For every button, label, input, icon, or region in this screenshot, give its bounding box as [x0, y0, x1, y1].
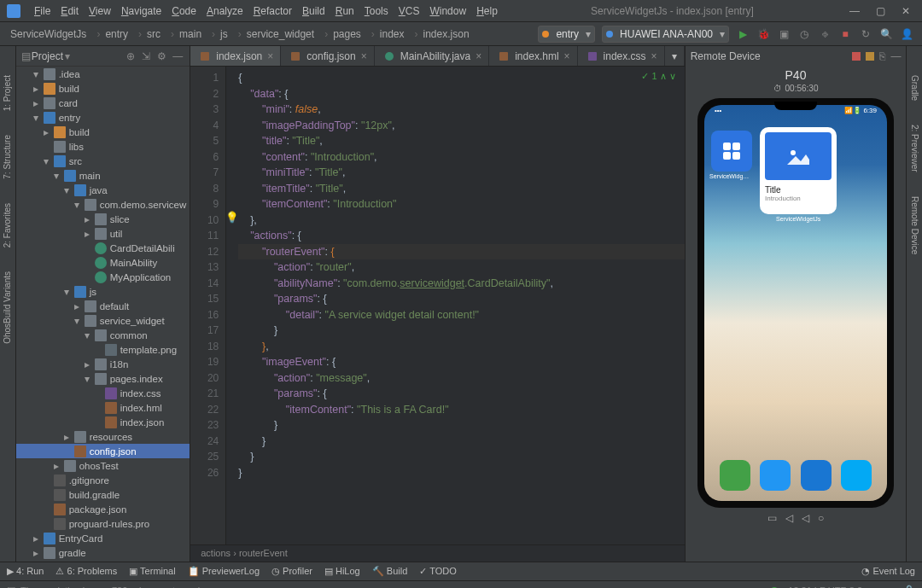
close-tab-icon[interactable]: × — [267, 50, 273, 62]
breadcrumb[interactable]: js — [207, 26, 233, 42]
run-config-combo[interactable]: entry — [538, 26, 595, 43]
tree-item[interactable]: ▸slice — [16, 212, 190, 226]
profile-icon[interactable]: ◷ — [797, 26, 812, 42]
close-tab-icon[interactable]: × — [476, 50, 481, 62]
editor-tab[interactable]: config.json× — [281, 46, 374, 66]
menu-run[interactable]: Run — [330, 3, 359, 20]
bulb-icon[interactable]: 💡 — [225, 210, 239, 226]
menu-file[interactable]: File — [29, 3, 55, 20]
preview-stop-icon[interactable] — [852, 52, 861, 61]
tree-item[interactable]: ▸build — [16, 81, 190, 96]
tree-item[interactable]: proguard-rules.pro — [16, 516, 190, 531]
dock-camera-icon[interactable] — [841, 460, 872, 491]
close-button[interactable]: ✕ — [896, 4, 915, 18]
tree-item[interactable]: ▸default — [16, 299, 190, 313]
preview-hide-icon[interactable]: — — [890, 50, 901, 62]
editor-tab[interactable]: index.hml× — [489, 46, 577, 66]
tree-item[interactable]: package.json — [16, 502, 190, 516]
preview-settings-icon[interactable]: ⎘ — [879, 50, 885, 62]
tool-structure[interactable]: 7: Structure — [3, 131, 12, 183]
sync-icon[interactable]: ↻ — [858, 26, 873, 42]
minimize-button[interactable]: — — [845, 4, 864, 18]
tree-item[interactable]: ▾entry — [16, 110, 190, 125]
tree-item[interactable]: .gitignore — [16, 473, 190, 487]
tool-remote-device[interactable]: Remote Device — [910, 193, 919, 258]
editor-tab[interactable]: index.json× — [190, 46, 281, 66]
widget-large[interactable]: Title Introduction — [760, 127, 837, 214]
breadcrumb[interactable]: src — [133, 26, 166, 42]
tree-item[interactable]: ▸ohosTest — [16, 458, 190, 473]
tool-favorites[interactable]: 2: Favorites — [3, 200, 12, 251]
tool-previewer[interactable]: 2: Previewer — [910, 121, 919, 176]
tree-item[interactable]: index.css — [16, 386, 190, 400]
device-combo[interactable]: HUAWEI ANA-AN00 — [602, 26, 729, 43]
dock-phone-icon[interactable] — [720, 460, 750, 491]
tab-overflow[interactable]: ▾ — [665, 46, 685, 66]
close-tab-icon[interactable]: × — [361, 50, 367, 62]
editor-tab[interactable]: index.css× — [578, 46, 665, 66]
tree-item[interactable]: CardDetailAbili — [16, 241, 190, 255]
tree-item[interactable]: ▾service_widget — [16, 313, 190, 328]
tree-item[interactable]: ▾pages.index — [16, 371, 190, 386]
widget-small[interactable] — [711, 131, 752, 172]
tool-build[interactable]: 🔨 Build — [372, 566, 408, 577]
menu-edit[interactable]: Edit — [55, 3, 84, 20]
maximize-button[interactable]: ▢ — [871, 4, 890, 18]
menu-vcs[interactable]: VCS — [394, 3, 425, 20]
tree-item[interactable]: MyApplication — [16, 270, 190, 284]
tree-item[interactable]: libs — [16, 139, 190, 154]
target-icon[interactable]: ⊕ — [126, 50, 138, 62]
tree-item[interactable]: template.png — [16, 342, 190, 357]
tree-item[interactable]: MainAbility — [16, 255, 190, 270]
tool-profiler[interactable]: ◷ Profiler — [271, 566, 312, 577]
tool-gradle[interactable]: Gradle — [910, 72, 919, 104]
tree-item[interactable]: ▾.idea — [16, 67, 190, 81]
breadcrumb[interactable]: service_widget — [233, 26, 319, 42]
tool-build-variants[interactable]: OhosBuild Variants — [3, 268, 12, 347]
breadcrumb[interactable]: main — [166, 26, 207, 42]
breadcrumb[interactable]: pages — [319, 26, 366, 42]
tree-item[interactable]: ▸i18n — [16, 357, 190, 371]
tree-item[interactable]: ▾src — [16, 154, 190, 168]
tree-item[interactable]: .gitignore — [16, 560, 190, 562]
breadcrumb[interactable]: index.json — [410, 26, 475, 42]
lock-icon[interactable]: 🔒 — [903, 585, 915, 588]
menu-refactor[interactable]: Refactor — [248, 3, 297, 20]
tool-project[interactable]: 1: Project — [3, 72, 12, 114]
tree-item[interactable]: ▸resources — [16, 429, 190, 444]
menu-tools[interactable]: Tools — [359, 3, 394, 20]
breadcrumb[interactable]: index — [366, 26, 410, 42]
close-tab-icon[interactable]: × — [564, 50, 570, 62]
menu-code[interactable]: Code — [166, 3, 201, 20]
avatar-icon[interactable]: 👤 — [899, 26, 914, 42]
breadcrumb[interactable]: ServiceWidgetJs — [5, 26, 91, 42]
preview-pause-icon[interactable] — [866, 52, 874, 61]
expand-icon[interactable]: ⇲ — [142, 50, 154, 62]
search-icon[interactable]: 🔍 — [878, 26, 894, 42]
phone-screen[interactable]: •••📶🔋 6:39 ServiceWidg… Title Introducti… — [704, 105, 887, 501]
gear-icon[interactable]: ⚙ — [157, 50, 169, 62]
attach-icon[interactable]: ⎆ — [817, 26, 832, 42]
recent-nav-icon[interactable]: ○ — [818, 512, 824, 524]
tool-run[interactable]: ▶ 4: Run — [7, 566, 44, 577]
debug-icon[interactable]: 🐞 — [756, 26, 771, 42]
tree-item[interactable]: ▾java — [16, 183, 190, 197]
tree-item[interactable]: index.hml — [16, 400, 190, 415]
run-icon[interactable]: ▶ — [735, 26, 750, 42]
menu-help[interactable]: Help — [471, 3, 503, 20]
project-tree[interactable]: ▾.idea▸build▸card▾entry▸build libs▾src▾m… — [16, 67, 190, 562]
tool-terminal[interactable]: ▣ Terminal — [129, 566, 175, 577]
tree-item[interactable]: ▸gradle — [16, 545, 190, 560]
hide-icon[interactable]: — — [172, 50, 184, 62]
tree-item[interactable]: ▾common — [16, 328, 190, 342]
breadcrumb[interactable]: entry — [91, 26, 133, 42]
stop-icon[interactable]: ■ — [837, 26, 853, 42]
editor-tab[interactable]: MainAbility.java× — [375, 46, 490, 66]
tool-previewer-log[interactable]: 📋 PreviewerLog — [188, 566, 260, 577]
code-editor[interactable]: ✓ 1 ∧ ∨ 💡 { "data": { "mini": false, "im… — [226, 67, 684, 544]
close-tab-icon[interactable]: × — [651, 50, 657, 62]
tree-item[interactable]: ▾com.demo.servicew — [16, 197, 190, 212]
home-nav-icon[interactable]: ◁ — [802, 512, 809, 524]
tree-item[interactable]: ▾js — [16, 284, 190, 299]
tool-hilog[interactable]: ▤ HiLog — [324, 566, 360, 577]
